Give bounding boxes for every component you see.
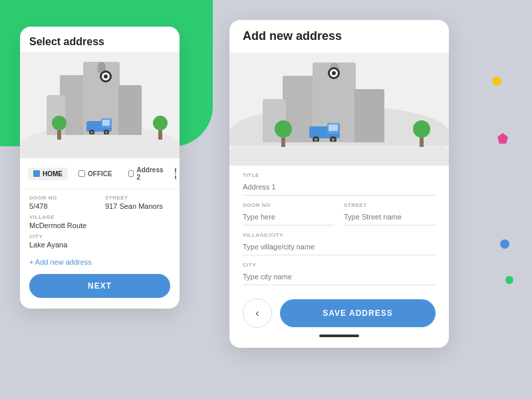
left-illustration	[20, 52, 180, 158]
tab-address2[interactable]: Address 2	[123, 164, 170, 184]
location-pin	[100, 70, 113, 84]
svg-point-6	[105, 131, 108, 134]
add-address-form: TITLE DOOR NO STREET VILLAGE/CITY CITY	[229, 166, 449, 285]
title-input[interactable]	[243, 180, 436, 196]
city-input[interactable]	[243, 270, 436, 285]
home-icon	[33, 170, 40, 177]
door-street-row: DOOR NO STREET	[243, 202, 436, 232]
street-field: STREET 917 Sean Manors	[105, 195, 170, 210]
door-no-group: DOOR NO	[243, 202, 334, 225]
city-field: CITY Lake Ayana	[29, 233, 170, 249]
dot-yellow	[492, 76, 501, 86]
svg-point-11	[315, 138, 318, 142]
back-arrow-icon: ‹	[255, 307, 259, 319]
right-illustration	[229, 53, 449, 166]
tab-office[interactable]: OFFICE	[73, 168, 118, 180]
dot-blue	[500, 239, 509, 249]
dot-green	[505, 276, 513, 284]
r-tree-left	[275, 120, 292, 147]
village-group: VILLAGE/CITY	[243, 232, 436, 255]
add-address-card: Add new address	[229, 20, 449, 348]
add-address-title: Add new address	[229, 20, 449, 43]
r-tree-right	[413, 120, 430, 147]
title-group: TITLE	[243, 172, 436, 196]
city-group: CITY	[243, 262, 436, 285]
door-no-field: DOOR NO 5/478	[29, 195, 94, 210]
select-address-title: Select address	[20, 27, 180, 52]
tab-home[interactable]: HOME	[28, 168, 68, 180]
svg-rect-9	[329, 124, 338, 131]
address-tabs: HOME OFFICE Address 2 i	[20, 158, 180, 190]
address2-checkbox	[128, 170, 134, 177]
select-address-card: Select address	[20, 27, 180, 309]
action-row: ‹ SAVE ADDRESS	[229, 292, 449, 328]
next-button[interactable]: NEXT	[29, 274, 170, 298]
tree-right	[153, 116, 168, 140]
svg-point-4	[90, 131, 93, 134]
r-building-3	[354, 89, 384, 142]
back-button[interactable]: ‹	[243, 299, 272, 328]
building-3	[118, 85, 142, 135]
r-van	[309, 122, 345, 144]
street-group: STREET	[344, 202, 436, 225]
info-icon[interactable]: i	[175, 168, 177, 180]
village-input[interactable]	[243, 240, 436, 255]
door-no-input[interactable]	[243, 210, 334, 225]
right-location-pin	[328, 67, 341, 80]
svg-rect-2	[102, 120, 110, 126]
street-input[interactable]	[344, 210, 436, 225]
home-indicator	[319, 334, 359, 337]
svg-point-13	[332, 138, 335, 142]
village-field: VILLAGE McDermott Route	[29, 214, 170, 229]
van	[86, 117, 116, 137]
save-address-button[interactable]: SAVE ADDRESS	[280, 299, 436, 327]
address-details: DOOR NO 5/478 STREET 917 Sean Manors VIL…	[20, 190, 180, 254]
tree-left	[52, 116, 66, 140]
dot-pink	[497, 133, 508, 144]
add-new-address-link[interactable]: + Add new address	[20, 254, 180, 269]
office-checkbox	[78, 170, 85, 177]
door-street-row: DOOR NO 5/478 STREET 917 Sean Manors	[29, 195, 170, 210]
